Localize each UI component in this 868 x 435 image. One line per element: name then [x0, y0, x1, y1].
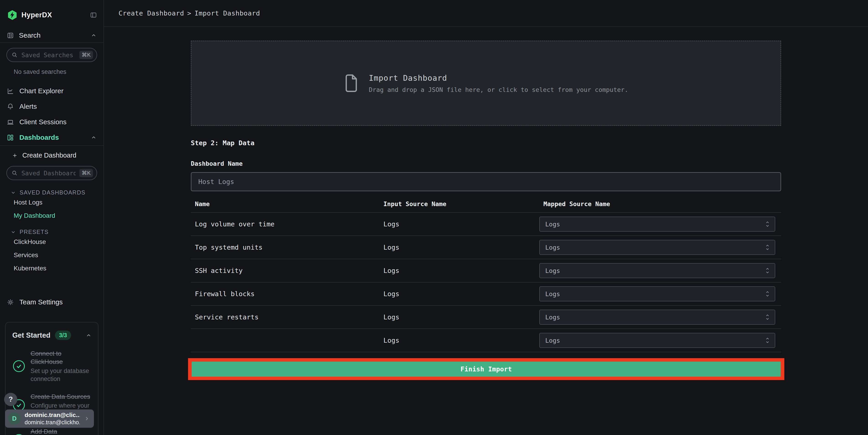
- search-icon: [11, 52, 18, 58]
- dropzone-subtitle: Drag and drop a JSON file here, or click…: [369, 86, 628, 93]
- get-started-item-title: Add Data: [31, 428, 92, 435]
- get-started-item[interactable]: Connect to ClickHouse Set up your databa…: [12, 349, 92, 383]
- get-started-item-title: Connect to ClickHouse: [31, 349, 92, 366]
- table-row: Log volume over time Logs Logs: [191, 213, 781, 236]
- mapped-source-select[interactable]: Logs: [539, 240, 775, 255]
- sidebar-item-clickhouse[interactable]: ClickHouse: [0, 235, 103, 249]
- row-name: Service restarts: [191, 313, 379, 321]
- main-area: Create Dashboard>Import Dashboard Import…: [104, 0, 868, 435]
- content: Import Dashboard Drag and drop a JSON fi…: [104, 27, 868, 435]
- sidebar-item-client-sessions[interactable]: Client Sessions: [0, 114, 103, 130]
- file-icon: [344, 74, 359, 93]
- plus-icon: [12, 153, 18, 158]
- row-name: Log volume over time: [191, 220, 379, 228]
- user-menu[interactable]: D dominic.tran@clic... dominic.tran@clic…: [5, 409, 94, 428]
- sidebar-item-dashboards[interactable]: Dashboards: [0, 130, 103, 145]
- avatar: D: [8, 412, 21, 425]
- help-button[interactable]: ?: [4, 393, 17, 406]
- chevron-right-icon: [84, 415, 90, 422]
- mapped-source-select[interactable]: Logs: [539, 263, 775, 278]
- laptop-icon: [7, 119, 14, 126]
- sidebar-item-kubernetes[interactable]: Kubernetes: [0, 262, 103, 275]
- row-input-source: Logs: [379, 337, 539, 344]
- table-row: SSH activity Logs Logs: [191, 259, 781, 282]
- chevron-up-icon[interactable]: [91, 32, 97, 38]
- select-chevrons-icon: [765, 313, 770, 321]
- table-row: Logs Logs: [191, 329, 781, 352]
- shortcut-badge: ⌘K: [79, 169, 93, 177]
- column-header-name: Name: [191, 200, 379, 208]
- sidebar-item-chart-explorer[interactable]: Chart Explorer: [0, 83, 103, 99]
- get-started-header[interactable]: Get Started 3/3: [12, 331, 92, 340]
- saved-dashboards-header[interactable]: SAVED DASHBOARDS: [10, 189, 103, 196]
- app-title: HyperDX: [22, 11, 52, 19]
- hyperdx-logo-icon: [7, 9, 18, 21]
- annotation-highlight-box: Finish Import: [188, 358, 784, 380]
- table-row: Service restarts Logs Logs: [191, 306, 781, 329]
- divider: [0, 42, 103, 43]
- chevron-up-icon[interactable]: [91, 134, 97, 141]
- row-input-source: Logs: [379, 290, 539, 298]
- column-header-mapped-source: Mapped Source Name: [539, 200, 781, 208]
- sidebar-section-search[interactable]: Search: [0, 28, 103, 42]
- mapping-table: Name Input Source Name Mapped Source Nam…: [191, 195, 781, 352]
- select-chevrons-icon: [765, 290, 770, 298]
- row-input-source: Logs: [379, 267, 539, 275]
- sidebar-item-alerts[interactable]: Alerts: [0, 99, 103, 114]
- bell-icon: [7, 103, 14, 110]
- logo-row: HyperDX: [0, 0, 103, 28]
- column-header-input-source: Input Source Name: [379, 200, 539, 208]
- search-section-label: Search: [19, 31, 40, 39]
- import-dropzone[interactable]: Import Dashboard Drag and drop a JSON fi…: [191, 40, 781, 126]
- sidebar-item-host-logs[interactable]: Host Logs: [0, 196, 103, 209]
- select-chevrons-icon: [765, 243, 770, 251]
- dashboard-name-label: Dashboard Name: [191, 160, 781, 167]
- check-circle-icon: [12, 360, 26, 373]
- presets-header[interactable]: PRESETS: [10, 229, 103, 235]
- search-icon: [11, 170, 18, 176]
- row-input-source: Logs: [379, 220, 539, 228]
- select-chevrons-icon: [765, 336, 770, 344]
- table-row: Firewall blocks Logs Logs: [191, 282, 781, 306]
- dashboard-name-input[interactable]: [191, 172, 781, 191]
- shortcut-badge: ⌘K: [79, 51, 93, 59]
- mapped-source-select[interactable]: Logs: [539, 333, 775, 348]
- table-row: Top systemd units Logs Logs: [191, 236, 781, 259]
- breadcrumb-separator: >: [184, 9, 194, 17]
- saved-searches-searchbox[interactable]: ⌘K: [6, 48, 97, 62]
- breadcrumb-import-dashboard: Import Dashboard: [194, 9, 260, 17]
- row-name: Top systemd units: [191, 244, 379, 251]
- chevron-down-icon: [10, 229, 16, 235]
- saved-searches-input[interactable]: [22, 52, 76, 59]
- topbar: Create Dashboard>Import Dashboard: [104, 0, 868, 27]
- chevron-up-icon[interactable]: [86, 333, 92, 338]
- get-started-title: Get Started: [12, 331, 51, 339]
- chart-explorer-icon: [7, 88, 14, 95]
- chevron-down-icon: [10, 190, 16, 195]
- get-started-item-title: Create Data Sources: [31, 393, 92, 401]
- saved-dashboards-searchbox[interactable]: ⌘K: [6, 166, 97, 180]
- sidebar: HyperDX Search ⌘K No saved se: [0, 0, 104, 435]
- breadcrumb: Create Dashboard>Import Dashboard: [119, 9, 260, 17]
- row-name: Firewall blocks: [191, 290, 379, 298]
- select-chevrons-icon: [765, 220, 770, 228]
- finish-import-button[interactable]: Finish Import: [192, 362, 781, 377]
- sidebar-collapse-icon[interactable]: [90, 12, 97, 19]
- row-input-source: Logs: [379, 313, 539, 321]
- table-header-row: Name Input Source Name Mapped Source Nam…: [191, 195, 781, 213]
- row-name: SSH activity: [191, 267, 379, 275]
- get-started-progress-badge: 3/3: [55, 331, 71, 340]
- dashboards-icon: [7, 134, 14, 141]
- select-chevrons-icon: [765, 267, 770, 275]
- gear-icon: [7, 299, 14, 306]
- breadcrumb-create-dashboard[interactable]: Create Dashboard: [119, 9, 184, 17]
- sidebar-item-my-dashboard[interactable]: My Dashboard: [0, 209, 103, 222]
- mapped-source-select[interactable]: Logs: [539, 217, 775, 231]
- sidebar-item-services[interactable]: Services: [0, 249, 103, 262]
- saved-dashboards-input[interactable]: [22, 169, 76, 177]
- mapped-source-select[interactable]: Logs: [539, 286, 775, 301]
- get-started-item[interactable]: Add Data Start sending logs, metrics, or…: [12, 428, 92, 435]
- create-dashboard-button[interactable]: Create Dashboard: [0, 146, 103, 161]
- sidebar-item-team-settings[interactable]: Team Settings: [0, 295, 103, 309]
- mapped-source-select[interactable]: Logs: [539, 310, 775, 325]
